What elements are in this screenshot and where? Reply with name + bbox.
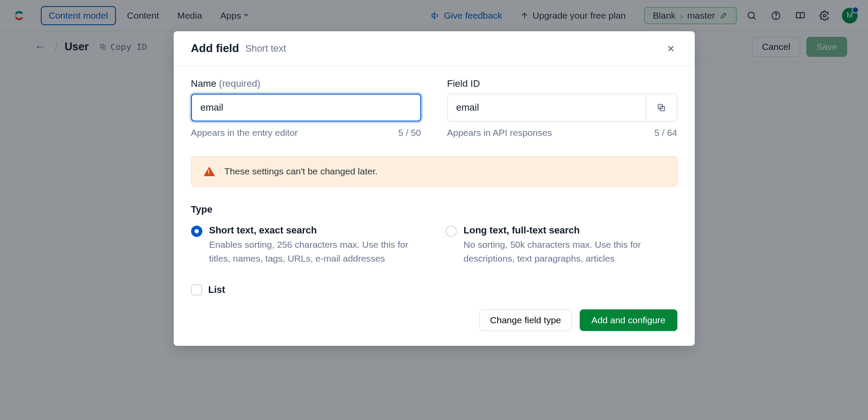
name-input[interactable] [191,94,421,121]
fieldid-hint-row: Appears in API responses 5 / 64 [447,128,677,138]
radio-long-text[interactable] [446,226,457,237]
type-option-content: Short text, exact search Enables sorting… [209,225,423,265]
type-option-content: Long text, full-text search No sorting, … [464,225,677,265]
type-short-title: Short text, exact search [209,225,423,236]
name-field-group: Name (required) Appears in the entry edi… [191,78,421,138]
form-row: Name (required) Appears in the entry edi… [191,78,677,138]
type-section: Type Short text, exact search Enables so… [191,204,677,295]
name-counter: 5 / 50 [398,128,421,138]
modal-subtitle: Short text [245,43,286,54]
list-checkbox-row[interactable]: List [191,284,677,295]
list-checkbox[interactable] [191,284,202,295]
add-field-modal: Add field Short text Name (required) App… [174,31,695,346]
type-long-desc: No sorting, 50k characters max. Use this… [464,238,677,265]
name-label: Name (required) [191,78,421,89]
add-and-configure-button[interactable]: Add and configure [580,309,677,331]
list-label: List [208,284,225,295]
type-option-long-text[interactable]: Long text, full-text search No sorting, … [446,225,677,265]
change-field-type-button[interactable]: Change field type [479,309,572,331]
modal-title: Add field [191,42,239,55]
radio-short-text[interactable] [191,226,202,237]
modal-footer: Change field type Add and configure [174,301,695,346]
copy-icon [657,103,666,112]
modal-header: Add field Short text [174,31,695,66]
type-options: Short text, exact search Enables sorting… [191,225,677,265]
type-short-desc: Enables sorting, 256 characters max. Use… [209,238,423,265]
warning-icon [204,167,215,176]
fieldid-input[interactable] [447,94,646,121]
modal-body: Name (required) Appears in the entry edi… [174,66,695,301]
name-hint: Appears in the entry editor [191,128,298,138]
fieldid-label: Field ID [447,78,677,89]
fieldid-wrap [447,94,677,121]
name-hint-row: Appears in the entry editor 5 / 50 [191,128,421,138]
warning-box: These settings can't be changed later. [191,156,677,187]
close-icon [666,44,676,53]
fieldid-hint: Appears in API responses [447,128,552,138]
fieldid-field-group: Field ID Appears in API responses 5 / 64 [447,78,677,138]
close-button[interactable] [664,42,677,55]
fieldid-counter: 5 / 64 [654,128,677,138]
type-long-title: Long text, full-text search [464,225,677,236]
type-option-short-text[interactable]: Short text, exact search Enables sorting… [191,225,423,265]
required-indicator: (required) [219,78,260,89]
name-label-text: Name [191,78,217,89]
warning-text: These settings can't be changed later. [224,166,378,177]
copy-fieldid-button[interactable] [646,94,677,121]
modal-overlay[interactable]: Add field Short text Name (required) App… [0,0,868,420]
type-label: Type [191,204,677,215]
